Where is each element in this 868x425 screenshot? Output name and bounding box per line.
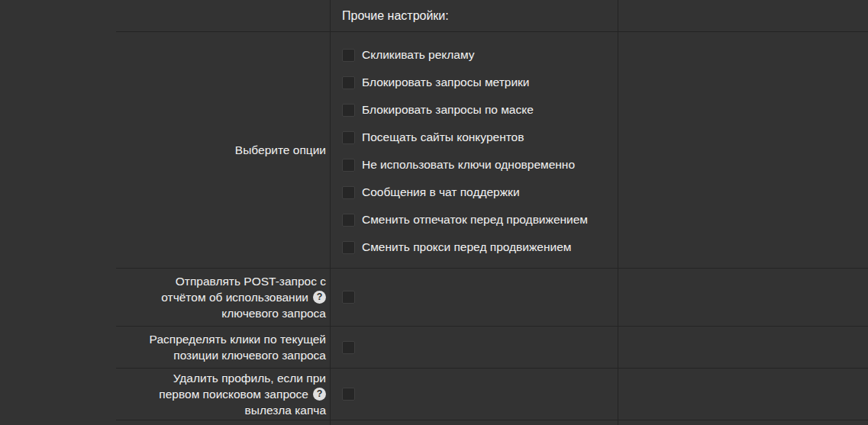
option-row-change-proxy: Сменить прокси перед продвижением	[342, 233, 618, 261]
section-header-text: Прочие настройки:	[342, 9, 449, 23]
delete-profile-checkbox[interactable]	[342, 388, 355, 401]
options-cell: Скликивать рекламу Блокировать запросы м…	[330, 32, 618, 269]
delete-profile-label-line3: вылезла капча	[245, 402, 326, 418]
distribute-clicks-label-line2: позиции ключевого запроса	[173, 347, 326, 363]
empty-cell	[618, 32, 868, 269]
no-simultaneous-keys-checkbox[interactable]	[342, 159, 355, 172]
post-report-cell	[330, 269, 618, 327]
delete-profile-label-line1: Удалить профиль, если при	[173, 370, 326, 386]
section-header: Прочие настройки:	[330, 0, 618, 32]
option-label[interactable]: Сообщения в чат поддержки	[362, 185, 520, 199]
option-row-change-fingerprint: Сменить отпечаток перед продвижением	[342, 206, 618, 233]
option-label[interactable]: Блокировать запросы метрики	[362, 76, 529, 89]
post-report-checkbox[interactable]	[342, 291, 355, 304]
option-label[interactable]: Скликивать рекламу	[362, 48, 475, 62]
empty-cell	[618, 269, 868, 327]
options-list: Скликивать рекламу Блокировать запросы м…	[331, 32, 618, 261]
distribute-clicks-cell	[330, 327, 618, 369]
delete-profile-cell	[330, 369, 618, 420]
empty-cell	[618, 0, 868, 32]
delete-profile-label-line2: первом поисковом запросе ?	[159, 386, 326, 402]
delete-profile-label-cell: Удалить профиль, если при первом поисков…	[116, 369, 330, 420]
support-chat-checkbox[interactable]	[342, 186, 355, 199]
option-row-block-metrics: Блокировать запросы метрики	[342, 69, 618, 96]
help-icon[interactable]: ?	[313, 291, 326, 304]
post-report-label-line2: отчётом об использовании ?	[161, 289, 326, 305]
distribute-clicks-label-line1: Распределять клики по текущей	[150, 331, 326, 347]
block-metrics-checkbox[interactable]	[342, 76, 355, 89]
option-label[interactable]: Не использовать ключи одновременно	[362, 158, 575, 172]
empty-cell	[330, 420, 618, 425]
change-fingerprint-checkbox[interactable]	[342, 214, 355, 227]
settings-table: Прочие настройки: Выберите опции Скликив…	[116, 0, 868, 425]
empty-cell	[618, 369, 868, 420]
change-proxy-checkbox[interactable]	[342, 241, 355, 254]
empty-cell	[116, 0, 330, 32]
distribute-clicks-checkbox[interactable]	[342, 341, 355, 354]
option-row-clickads: Скликивать рекламу	[342, 41, 618, 69]
distribute-clicks-label-cell: Распределять клики по текущей позиции кл…	[116, 327, 330, 369]
option-row-block-mask: Блокировать запросы по маске	[342, 96, 618, 124]
options-row-label-cell: Выберите опции	[116, 32, 330, 269]
options-row-label: Выберите опции	[235, 142, 326, 158]
option-row-visit-competitors: Посещать сайты конкурентов	[342, 124, 618, 151]
option-label[interactable]: Блокировать запросы по маске	[362, 103, 534, 117]
delete-profile-label-line2-text: первом поисковом запросе	[159, 386, 308, 402]
option-label[interactable]: Посещать сайты конкурентов	[362, 130, 524, 144]
option-row-support-chat: Сообщения в чат поддержки	[342, 179, 618, 206]
empty-cell	[618, 327, 868, 369]
empty-cell	[618, 420, 868, 425]
option-label[interactable]: Сменить прокси перед продвижением	[362, 240, 571, 254]
option-label[interactable]: Сменить отпечаток перед продвижением	[362, 213, 588, 227]
clickads-checkbox[interactable]	[342, 49, 355, 62]
post-report-label-cell: Отправлять POST-запрос с отчётом об испо…	[116, 269, 330, 327]
option-row-no-simultaneous-keys: Не использовать ключи одновременно	[342, 151, 618, 179]
help-icon[interactable]: ?	[313, 388, 326, 401]
post-report-label-line1: Отправлять POST-запрос с	[176, 273, 326, 289]
empty-cell	[116, 420, 330, 425]
block-mask-checkbox[interactable]	[342, 104, 355, 117]
post-report-label-line2-text: отчётом об использовании	[161, 289, 308, 305]
visit-competitors-checkbox[interactable]	[342, 131, 355, 144]
post-report-label-line3: ключевого запроса	[221, 305, 326, 321]
